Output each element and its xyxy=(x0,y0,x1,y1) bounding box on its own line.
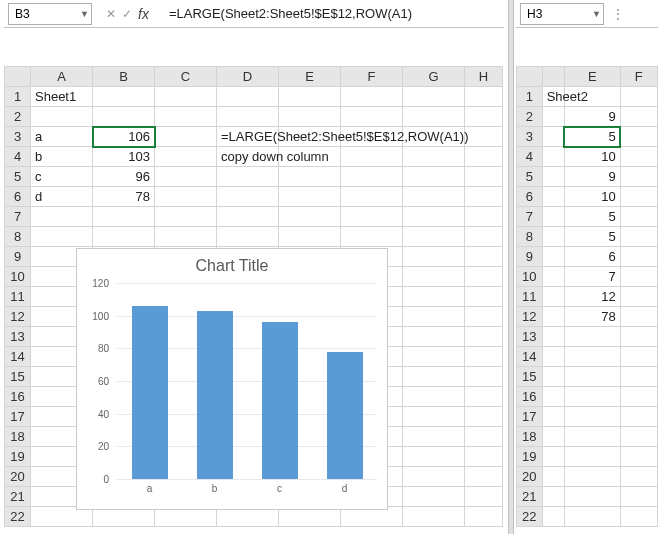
cell[interactable]: 5 xyxy=(564,127,620,147)
cell[interactable] xyxy=(93,207,155,227)
cell-active[interactable]: 106 xyxy=(93,127,155,147)
col-header[interactable]: E xyxy=(564,67,620,87)
cell[interactable]: d xyxy=(31,187,93,207)
cell[interactable] xyxy=(403,507,465,527)
cell[interactable] xyxy=(542,467,564,487)
cell[interactable] xyxy=(542,407,564,427)
row-header[interactable]: 8 xyxy=(5,227,31,247)
cell[interactable] xyxy=(403,367,465,387)
cell[interactable] xyxy=(279,107,341,127)
cell[interactable]: b xyxy=(31,147,93,167)
row-header[interactable]: 4 xyxy=(517,147,543,167)
cell[interactable] xyxy=(217,227,279,247)
row-header[interactable]: 1 xyxy=(517,87,543,107)
cell[interactable] xyxy=(542,427,564,447)
cell[interactable] xyxy=(564,387,620,407)
cell[interactable] xyxy=(93,87,155,107)
cell[interactable] xyxy=(279,187,341,207)
cell[interactable] xyxy=(542,307,564,327)
cell[interactable] xyxy=(217,187,279,207)
fx-icon[interactable]: fx xyxy=(138,6,149,22)
cell[interactable] xyxy=(564,447,620,467)
row-header[interactable]: 19 xyxy=(5,447,31,467)
col-header[interactable]: E xyxy=(279,67,341,87)
col-header[interactable]: F xyxy=(620,67,657,87)
cell[interactable] xyxy=(620,87,657,107)
cell[interactable] xyxy=(403,167,465,187)
cell[interactable]: 5 xyxy=(564,207,620,227)
row-header[interactable]: 20 xyxy=(5,467,31,487)
cell[interactable] xyxy=(465,367,503,387)
row-header[interactable]: 10 xyxy=(5,267,31,287)
cell[interactable] xyxy=(620,307,657,327)
row-header[interactable]: 12 xyxy=(5,307,31,327)
cell[interactable] xyxy=(403,447,465,467)
row-header[interactable]: 17 xyxy=(5,407,31,427)
cell[interactable] xyxy=(620,227,657,247)
cell[interactable] xyxy=(403,227,465,247)
cell[interactable] xyxy=(403,347,465,367)
cell[interactable] xyxy=(465,487,503,507)
cell[interactable] xyxy=(620,347,657,367)
row-header[interactable]: 1 xyxy=(5,87,31,107)
row-header[interactable]: 5 xyxy=(517,167,543,187)
cell[interactable]: 12 xyxy=(564,287,620,307)
cell[interactable] xyxy=(564,367,620,387)
cell[interactable] xyxy=(620,447,657,467)
cell[interactable]: 96 xyxy=(93,167,155,187)
row-header[interactable]: 15 xyxy=(5,367,31,387)
col-header[interactable]: G xyxy=(403,67,465,87)
cell[interactable] xyxy=(465,207,503,227)
cell[interactable]: 103 xyxy=(93,147,155,167)
chart-bar[interactable] xyxy=(327,352,363,479)
cell[interactable] xyxy=(542,227,564,247)
cell[interactable] xyxy=(465,227,503,247)
cell[interactable] xyxy=(542,147,564,167)
cell[interactable] xyxy=(620,467,657,487)
row-header[interactable]: 6 xyxy=(517,187,543,207)
cell[interactable] xyxy=(542,207,564,227)
col-header[interactable] xyxy=(542,67,564,87)
row-header[interactable]: 19 xyxy=(517,447,543,467)
cell[interactable] xyxy=(620,287,657,307)
cell[interactable]: 9 xyxy=(564,167,620,187)
cell[interactable] xyxy=(279,87,341,107)
cell[interactable]: 6 xyxy=(564,247,620,267)
pane-divider[interactable] xyxy=(508,0,514,534)
cell[interactable] xyxy=(465,327,503,347)
name-box[interactable]: H3 ▼ xyxy=(520,3,604,25)
cancel-icon[interactable]: ✕ xyxy=(106,7,116,21)
cell[interactable] xyxy=(620,267,657,287)
cell[interactable] xyxy=(542,347,564,367)
cell[interactable]: 78 xyxy=(564,307,620,327)
row-header[interactable]: 7 xyxy=(5,207,31,227)
cell[interactable]: copy down column xyxy=(217,147,279,167)
cell[interactable] xyxy=(403,327,465,347)
cell[interactable] xyxy=(465,307,503,327)
cell[interactable] xyxy=(564,487,620,507)
cell[interactable] xyxy=(465,167,503,187)
cell[interactable] xyxy=(279,207,341,227)
row-header[interactable]: 10 xyxy=(517,267,543,287)
cell[interactable] xyxy=(564,347,620,367)
row-header[interactable]: 3 xyxy=(517,127,543,147)
row-header[interactable]: 16 xyxy=(5,387,31,407)
cell[interactable] xyxy=(31,227,93,247)
cell[interactable] xyxy=(564,467,620,487)
cell[interactable] xyxy=(620,487,657,507)
row-header[interactable]: 8 xyxy=(517,227,543,247)
select-all-corner[interactable] xyxy=(5,67,31,87)
row-header[interactable]: 17 xyxy=(517,407,543,427)
cell[interactable] xyxy=(564,427,620,447)
cell[interactable] xyxy=(217,207,279,227)
cell[interactable]: 5 xyxy=(564,227,620,247)
row-header[interactable]: 21 xyxy=(5,487,31,507)
row-header[interactable]: 9 xyxy=(517,247,543,267)
col-header[interactable]: C xyxy=(155,67,217,87)
enter-icon[interactable]: ✓ xyxy=(122,7,132,21)
cell[interactable] xyxy=(620,147,657,167)
chart-bar[interactable] xyxy=(132,306,168,479)
col-header[interactable]: B xyxy=(93,67,155,87)
cell[interactable] xyxy=(542,287,564,307)
row-header[interactable]: 13 xyxy=(517,327,543,347)
